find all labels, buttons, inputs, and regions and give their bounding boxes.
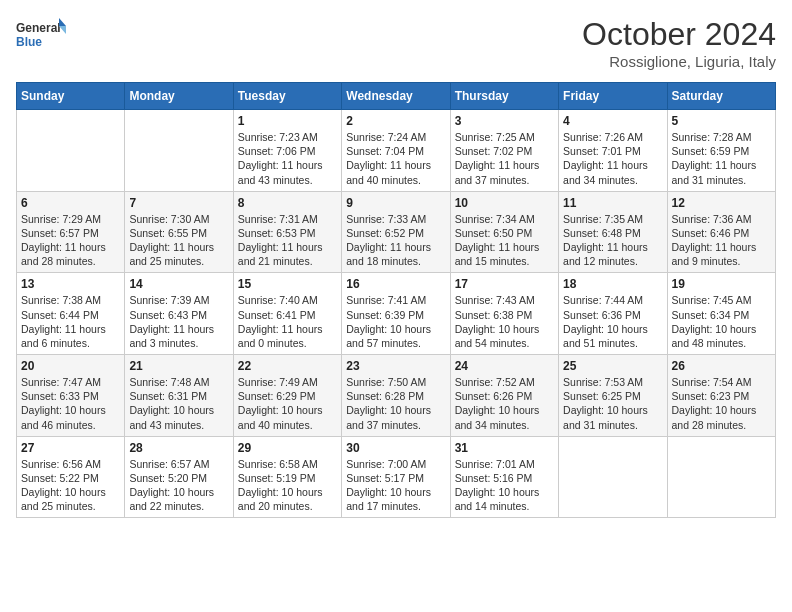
calendar-cell xyxy=(667,436,775,518)
day-number: 12 xyxy=(672,196,771,210)
day-number: 14 xyxy=(129,277,228,291)
calendar-cell: 18Sunrise: 7:44 AMSunset: 6:36 PMDayligh… xyxy=(559,273,667,355)
svg-text:Blue: Blue xyxy=(16,35,42,49)
day-number: 6 xyxy=(21,196,120,210)
day-info: Sunrise: 7:45 AMSunset: 6:34 PMDaylight:… xyxy=(672,293,771,350)
calendar-cell: 26Sunrise: 7:54 AMSunset: 6:23 PMDayligh… xyxy=(667,355,775,437)
calendar-cell: 20Sunrise: 7:47 AMSunset: 6:33 PMDayligh… xyxy=(17,355,125,437)
day-info: Sunrise: 7:29 AMSunset: 6:57 PMDaylight:… xyxy=(21,212,120,269)
day-number: 9 xyxy=(346,196,445,210)
week-row-5: 27Sunrise: 6:56 AMSunset: 5:22 PMDayligh… xyxy=(17,436,776,518)
day-number: 21 xyxy=(129,359,228,373)
day-number: 4 xyxy=(563,114,662,128)
calendar-cell: 22Sunrise: 7:49 AMSunset: 6:29 PMDayligh… xyxy=(233,355,341,437)
day-info: Sunrise: 7:25 AMSunset: 7:02 PMDaylight:… xyxy=(455,130,554,187)
calendar-body: 1Sunrise: 7:23 AMSunset: 7:06 PMDaylight… xyxy=(17,110,776,518)
day-info: Sunrise: 7:52 AMSunset: 6:26 PMDaylight:… xyxy=(455,375,554,432)
svg-text:General: General xyxy=(16,21,61,35)
day-info: Sunrise: 7:01 AMSunset: 5:16 PMDaylight:… xyxy=(455,457,554,514)
day-info: Sunrise: 7:26 AMSunset: 7:01 PMDaylight:… xyxy=(563,130,662,187)
calendar-cell: 6Sunrise: 7:29 AMSunset: 6:57 PMDaylight… xyxy=(17,191,125,273)
logo-svg: General Blue xyxy=(16,16,66,56)
calendar-cell: 2Sunrise: 7:24 AMSunset: 7:04 PMDaylight… xyxy=(342,110,450,192)
week-row-1: 1Sunrise: 7:23 AMSunset: 7:06 PMDaylight… xyxy=(17,110,776,192)
day-info: Sunrise: 7:50 AMSunset: 6:28 PMDaylight:… xyxy=(346,375,445,432)
day-info: Sunrise: 7:33 AMSunset: 6:52 PMDaylight:… xyxy=(346,212,445,269)
calendar-header: SundayMondayTuesdayWednesdayThursdayFrid… xyxy=(17,83,776,110)
day-number: 20 xyxy=(21,359,120,373)
day-info: Sunrise: 7:54 AMSunset: 6:23 PMDaylight:… xyxy=(672,375,771,432)
day-number: 18 xyxy=(563,277,662,291)
calendar-cell: 30Sunrise: 7:00 AMSunset: 5:17 PMDayligh… xyxy=(342,436,450,518)
header-row: SundayMondayTuesdayWednesdayThursdayFrid… xyxy=(17,83,776,110)
calendar-cell: 31Sunrise: 7:01 AMSunset: 5:16 PMDayligh… xyxy=(450,436,558,518)
title-block: October 2024 Rossiglione, Liguria, Italy xyxy=(582,16,776,70)
calendar-cell xyxy=(17,110,125,192)
header-day-sunday: Sunday xyxy=(17,83,125,110)
day-info: Sunrise: 6:58 AMSunset: 5:19 PMDaylight:… xyxy=(238,457,337,514)
day-info: Sunrise: 7:47 AMSunset: 6:33 PMDaylight:… xyxy=(21,375,120,432)
calendar-cell: 25Sunrise: 7:53 AMSunset: 6:25 PMDayligh… xyxy=(559,355,667,437)
day-number: 19 xyxy=(672,277,771,291)
day-number: 3 xyxy=(455,114,554,128)
calendar-cell xyxy=(559,436,667,518)
day-info: Sunrise: 7:41 AMSunset: 6:39 PMDaylight:… xyxy=(346,293,445,350)
calendar-cell: 4Sunrise: 7:26 AMSunset: 7:01 PMDaylight… xyxy=(559,110,667,192)
calendar-table: SundayMondayTuesdayWednesdayThursdayFrid… xyxy=(16,82,776,518)
header-day-saturday: Saturday xyxy=(667,83,775,110)
calendar-cell: 11Sunrise: 7:35 AMSunset: 6:48 PMDayligh… xyxy=(559,191,667,273)
calendar-cell: 29Sunrise: 6:58 AMSunset: 5:19 PMDayligh… xyxy=(233,436,341,518)
month-title: October 2024 xyxy=(582,16,776,53)
day-info: Sunrise: 6:57 AMSunset: 5:20 PMDaylight:… xyxy=(129,457,228,514)
week-row-3: 13Sunrise: 7:38 AMSunset: 6:44 PMDayligh… xyxy=(17,273,776,355)
day-number: 13 xyxy=(21,277,120,291)
day-number: 10 xyxy=(455,196,554,210)
day-info: Sunrise: 7:35 AMSunset: 6:48 PMDaylight:… xyxy=(563,212,662,269)
calendar-cell: 1Sunrise: 7:23 AMSunset: 7:06 PMDaylight… xyxy=(233,110,341,192)
day-number: 7 xyxy=(129,196,228,210)
day-info: Sunrise: 7:44 AMSunset: 6:36 PMDaylight:… xyxy=(563,293,662,350)
calendar-cell: 23Sunrise: 7:50 AMSunset: 6:28 PMDayligh… xyxy=(342,355,450,437)
day-info: Sunrise: 7:40 AMSunset: 6:41 PMDaylight:… xyxy=(238,293,337,350)
calendar-cell: 13Sunrise: 7:38 AMSunset: 6:44 PMDayligh… xyxy=(17,273,125,355)
calendar-cell: 3Sunrise: 7:25 AMSunset: 7:02 PMDaylight… xyxy=(450,110,558,192)
logo: General Blue xyxy=(16,16,66,56)
day-info: Sunrise: 6:56 AMSunset: 5:22 PMDaylight:… xyxy=(21,457,120,514)
day-number: 11 xyxy=(563,196,662,210)
calendar-cell: 10Sunrise: 7:34 AMSunset: 6:50 PMDayligh… xyxy=(450,191,558,273)
calendar-cell: 14Sunrise: 7:39 AMSunset: 6:43 PMDayligh… xyxy=(125,273,233,355)
calendar-cell: 16Sunrise: 7:41 AMSunset: 6:39 PMDayligh… xyxy=(342,273,450,355)
day-number: 23 xyxy=(346,359,445,373)
week-row-2: 6Sunrise: 7:29 AMSunset: 6:57 PMDaylight… xyxy=(17,191,776,273)
day-number: 26 xyxy=(672,359,771,373)
day-info: Sunrise: 7:48 AMSunset: 6:31 PMDaylight:… xyxy=(129,375,228,432)
week-row-4: 20Sunrise: 7:47 AMSunset: 6:33 PMDayligh… xyxy=(17,355,776,437)
calendar-cell: 17Sunrise: 7:43 AMSunset: 6:38 PMDayligh… xyxy=(450,273,558,355)
calendar-cell: 9Sunrise: 7:33 AMSunset: 6:52 PMDaylight… xyxy=(342,191,450,273)
day-info: Sunrise: 7:28 AMSunset: 6:59 PMDaylight:… xyxy=(672,130,771,187)
calendar-cell: 24Sunrise: 7:52 AMSunset: 6:26 PMDayligh… xyxy=(450,355,558,437)
day-number: 24 xyxy=(455,359,554,373)
calendar-cell: 12Sunrise: 7:36 AMSunset: 6:46 PMDayligh… xyxy=(667,191,775,273)
location-subtitle: Rossiglione, Liguria, Italy xyxy=(582,53,776,70)
header-day-thursday: Thursday xyxy=(450,83,558,110)
day-number: 22 xyxy=(238,359,337,373)
svg-marker-2 xyxy=(59,18,66,26)
calendar-cell: 28Sunrise: 6:57 AMSunset: 5:20 PMDayligh… xyxy=(125,436,233,518)
day-number: 30 xyxy=(346,441,445,455)
day-info: Sunrise: 7:24 AMSunset: 7:04 PMDaylight:… xyxy=(346,130,445,187)
header-day-friday: Friday xyxy=(559,83,667,110)
day-info: Sunrise: 7:39 AMSunset: 6:43 PMDaylight:… xyxy=(129,293,228,350)
calendar-cell: 7Sunrise: 7:30 AMSunset: 6:55 PMDaylight… xyxy=(125,191,233,273)
calendar-cell xyxy=(125,110,233,192)
day-number: 25 xyxy=(563,359,662,373)
day-number: 8 xyxy=(238,196,337,210)
page-header: General Blue October 2024 Rossiglione, L… xyxy=(16,16,776,70)
calendar-cell: 19Sunrise: 7:45 AMSunset: 6:34 PMDayligh… xyxy=(667,273,775,355)
day-number: 29 xyxy=(238,441,337,455)
day-info: Sunrise: 7:43 AMSunset: 6:38 PMDaylight:… xyxy=(455,293,554,350)
day-number: 2 xyxy=(346,114,445,128)
day-info: Sunrise: 7:34 AMSunset: 6:50 PMDaylight:… xyxy=(455,212,554,269)
day-number: 27 xyxy=(21,441,120,455)
day-number: 5 xyxy=(672,114,771,128)
